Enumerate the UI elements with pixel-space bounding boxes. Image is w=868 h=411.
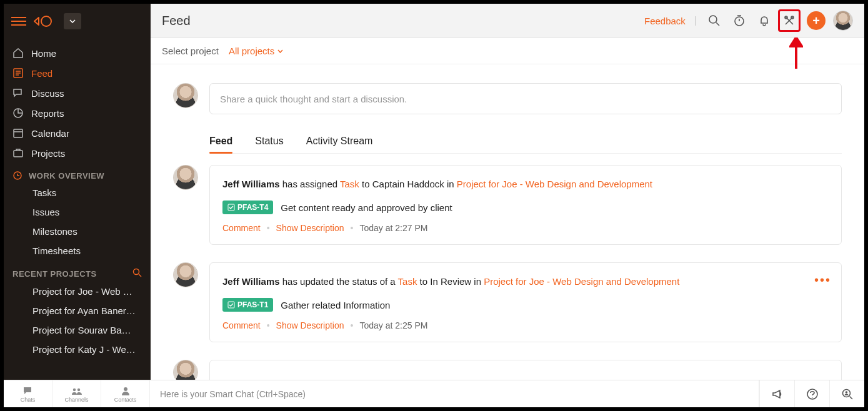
nav-label: Reports: [31, 108, 64, 119]
tab-contacts[interactable]: Contacts: [101, 380, 150, 407]
show-description-link[interactable]: Show Description: [276, 320, 344, 330]
channels-icon: [71, 385, 82, 397]
tab-status[interactable]: Status: [255, 132, 283, 153]
svg-point-7: [709, 16, 717, 23]
sub-milestones[interactable]: Milestones: [4, 222, 144, 241]
section-recent-projects: RECENT PROJECTS: [4, 260, 151, 282]
more-icon[interactable]: •••: [814, 273, 831, 287]
show-description-link[interactable]: Show Description: [276, 223, 344, 233]
feed-card: ••• Jeff Williams has updated the status…: [209, 262, 842, 342]
nav-label: Feed: [31, 68, 52, 79]
nav-projects[interactable]: Projects: [4, 143, 151, 163]
compose-input[interactable]: Share a quick thought and start a discus…: [209, 83, 842, 114]
recent-project-item[interactable]: Project for Joe - Web Design and Develop…: [4, 282, 144, 301]
task-badge[interactable]: PFAS-T1: [222, 298, 273, 312]
feed-tabs: Feed Status Activity Stream: [209, 132, 842, 154]
nav-label: Projects: [31, 148, 65, 159]
projects-icon: [12, 147, 24, 159]
task-title: Get content ready and approved by client: [281, 202, 452, 213]
workspace-dropdown[interactable]: [64, 13, 81, 29]
hamburger-icon[interactable]: [11, 14, 26, 29]
announce-icon[interactable]: [759, 380, 794, 407]
sub-timesheets[interactable]: Timesheets: [4, 241, 144, 260]
task-badge[interactable]: PFAS-T4: [222, 201, 273, 214]
nav-calendar[interactable]: Calendar: [4, 123, 151, 143]
clock-icon: [12, 171, 22, 181]
search-person-icon[interactable]: [829, 380, 864, 407]
recent-project-item[interactable]: Project for Sourav Banerjee: [4, 320, 144, 340]
check-icon: [227, 301, 235, 309]
timestamp: Today at 2:27 PM: [359, 223, 427, 233]
task-link[interactable]: Task: [340, 179, 359, 189]
comment-link[interactable]: Comment: [222, 320, 261, 330]
nav-label: Calendar: [31, 128, 69, 139]
bell-icon[interactable]: [753, 9, 776, 32]
svg-point-18: [845, 391, 847, 394]
callout-arrow: [789, 37, 803, 69]
calendar-icon: [12, 127, 24, 139]
select-project-label: Select project: [162, 46, 219, 56]
task-title: Gather related Information: [281, 300, 390, 310]
section-label: RECENT PROJECTS: [12, 269, 97, 279]
feedback-link[interactable]: Feedback: [644, 16, 692, 26]
feed-icon: [12, 67, 24, 79]
svg-point-14: [77, 388, 79, 390]
nav-label: Discuss: [31, 88, 64, 99]
feed-text: Jeff Williams has assigned Task to Capta…: [222, 177, 829, 192]
section-work-overview[interactable]: WORK OVERVIEW: [4, 163, 151, 183]
svg-rect-4: [14, 151, 22, 157]
nav-discuss[interactable]: Discuss: [4, 83, 151, 103]
tab-activity[interactable]: Activity Stream: [306, 132, 373, 153]
search-icon[interactable]: [703, 9, 726, 32]
feed-main: Share a quick thought and start a discus…: [151, 64, 864, 380]
svg-point-15: [124, 387, 127, 391]
tab-chats[interactable]: Chats: [4, 380, 52, 407]
discuss-icon: [12, 87, 24, 99]
author-avatar: [173, 165, 198, 190]
task-link[interactable]: Task: [398, 276, 417, 287]
project-filter[interactable]: All projects: [229, 46, 283, 56]
section-label: WORK OVERVIEW: [29, 171, 104, 181]
recent-project-item[interactable]: Project for Ayan Banerjee: [4, 301, 144, 320]
nav-reports[interactable]: Reports: [4, 103, 151, 123]
check-icon: [227, 204, 235, 211]
recent-project-item[interactable]: Project for Katy J - Website: [4, 340, 144, 359]
project-link[interactable]: Project for Joe - Web Design and Develop…: [484, 276, 679, 287]
chevron-down-icon: [277, 49, 283, 53]
svg-point-6: [134, 269, 139, 275]
page-title: Feed: [162, 14, 191, 28]
nav-home[interactable]: Home: [4, 43, 151, 63]
nav-feed[interactable]: Feed: [4, 63, 151, 83]
nav-label: Home: [31, 48, 56, 59]
user-avatar[interactable]: [833, 11, 853, 31]
author-avatar: [173, 360, 198, 380]
tab-feed[interactable]: Feed: [209, 132, 232, 153]
tools-icon[interactable]: [778, 9, 801, 32]
svg-point-16: [807, 389, 817, 399]
search-icon[interactable]: [132, 268, 142, 279]
timestamp: Today at 2:25 PM: [359, 320, 427, 330]
home-icon: [12, 47, 24, 59]
svg-rect-11: [228, 204, 234, 210]
tab-channels[interactable]: Channels: [52, 380, 101, 407]
bottom-bar: Chats Channels Contacts Here is your Sma…: [4, 380, 864, 407]
user-avatar: [173, 83, 198, 108]
smart-chat-input[interactable]: Here is your Smart Chat (Ctrl+Space): [150, 380, 759, 407]
chat-icon: [22, 385, 34, 397]
help-icon[interactable]: [794, 380, 829, 407]
sub-issues[interactable]: Issues: [4, 202, 144, 222]
feed-text: Jeff Williams has updated the status of …: [222, 274, 829, 289]
svg-rect-12: [228, 302, 234, 308]
sub-tasks[interactable]: Tasks: [4, 183, 144, 202]
add-button[interactable]: +: [807, 11, 826, 30]
feed-card: Jeff Williams has assigned Task to Capta…: [209, 165, 842, 245]
contacts-icon: [121, 385, 131, 397]
reports-icon: [12, 107, 24, 119]
timer-icon[interactable]: [728, 9, 751, 32]
subheader: Select project All projects: [151, 38, 864, 64]
logo[interactable]: [32, 14, 54, 28]
project-link[interactable]: Project for Joe - Web Design and Develop…: [457, 179, 652, 189]
svg-rect-3: [14, 129, 22, 137]
comment-link[interactable]: Comment: [222, 223, 261, 233]
svg-point-0: [41, 16, 51, 26]
